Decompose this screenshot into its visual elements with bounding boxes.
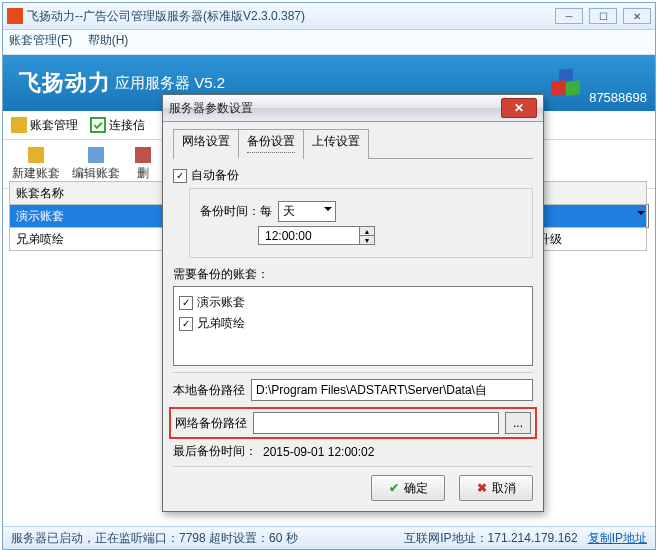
tab-backup[interactable]: 备份设置 [238, 129, 304, 159]
logo-cubes-icon [551, 69, 585, 99]
dialog-titlebar: 服务器参数设置 ✕ [163, 95, 543, 122]
period-select[interactable]: 天 [278, 201, 336, 222]
accounts-checklist: ✓演示账套 ✓兄弟喷绘 [173, 286, 533, 366]
database-icon [11, 117, 27, 133]
network-path-input[interactable] [253, 412, 499, 434]
time-input[interactable]: 12:00:00 ▲▼ [258, 226, 375, 245]
time-spinner[interactable]: ▲▼ [359, 227, 374, 244]
dialog-title: 服务器参数设置 [169, 100, 501, 117]
network-path-label: 网络备份路径 [175, 415, 247, 432]
delete-account-button[interactable]: 删 [129, 142, 157, 186]
auto-backup-checkbox[interactable]: ✓自动备份 [173, 167, 533, 184]
delete-icon [135, 147, 151, 163]
window-title: 飞扬动力--广告公司管理版服务器(标准版V2.3.0.387) [27, 8, 555, 25]
network-path-row: 网络备份路径 ... [169, 407, 537, 439]
menubar: 账套管理(F) 帮助(H) [3, 30, 655, 55]
edit-icon [88, 147, 104, 163]
menu-accounts[interactable]: 账套管理(F) [9, 33, 72, 47]
banner-phone: 87588698 [589, 90, 647, 105]
backup-time-label: 备份时间：每 [200, 203, 272, 220]
checklist-item[interactable]: ✓兄弟喷绘 [179, 315, 527, 332]
status-ip: 171.214.179.162 [488, 531, 578, 545]
ok-button[interactable]: ✔确定 [371, 475, 445, 501]
new-icon [28, 147, 44, 163]
banner-title: 飞扬动力 [19, 68, 111, 98]
menu-help[interactable]: 帮助(H) [88, 33, 129, 47]
maximize-button[interactable]: ☐ [589, 8, 617, 24]
tab-upload[interactable]: 上传设置 [303, 129, 369, 159]
close-button[interactable]: ✕ [623, 8, 651, 24]
local-path-input[interactable]: D:\Program Files\ADSTART\Server\Data\自 [251, 379, 533, 401]
dialog-close-button[interactable]: ✕ [501, 98, 537, 118]
tab-connections[interactable]: 连接信 [90, 117, 145, 134]
app-icon [7, 8, 23, 24]
last-backup-time: 2015-09-01 12:00:02 [263, 445, 374, 459]
schedule-group: 备份时间：每 天 12:00:00 ▲▼ [189, 188, 533, 258]
tab-accounts[interactable]: 账套管理 [11, 117, 78, 134]
browse-button[interactable]: ... [505, 412, 531, 434]
copy-ip-link[interactable]: 复制IP地址 [588, 530, 647, 547]
edit-account-button[interactable]: 编辑账套 [69, 142, 123, 186]
need-backup-label: 需要备份的账套： [173, 266, 533, 283]
banner-subtitle: 应用服务器 V5.2 [115, 74, 225, 93]
status-bar: 服务器已启动，正在监听端口：7798 超时设置：60 秒 互联网IP地址：171… [3, 526, 655, 549]
checklist-item[interactable]: ✓演示账套 [179, 294, 527, 311]
tab-network[interactable]: 网络设置 [173, 129, 239, 159]
dialog-tabs: 网络设置 备份设置 上传设置 [173, 128, 533, 159]
minimize-button[interactable]: ─ [555, 8, 583, 24]
settings-dialog: 服务器参数设置 ✕ 网络设置 备份设置 上传设置 ✓自动备份 备份时间：每 天 … [162, 94, 544, 512]
new-account-button[interactable]: 新建账套 [9, 142, 63, 186]
titlebar: 飞扬动力--广告公司管理版服务器(标准版V2.3.0.387) ─ ☐ ✕ [3, 3, 655, 30]
cancel-button[interactable]: ✖取消 [459, 475, 533, 501]
check-icon [90, 117, 106, 133]
status-text: 服务器已启动，正在监听端口：7798 超时设置：60 秒 [11, 530, 298, 547]
local-path-label: 本地备份路径 [173, 382, 245, 399]
last-backup-label: 最后备份时间： [173, 443, 257, 460]
